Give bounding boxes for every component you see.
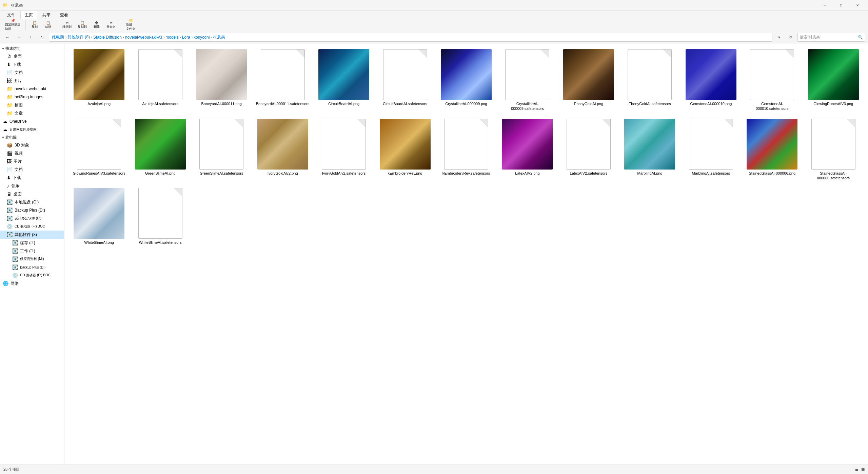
sidebar-item-mdrive[interactable]: 💽 供应商资料 (M:) bbox=[0, 255, 64, 263]
sidebar-item-novelai[interactable]: 📁 novelai-webui-aki bbox=[0, 85, 64, 93]
sidebar-item-ddrive[interactable]: 💽 Backup Plus (D:) bbox=[0, 206, 64, 214]
sidebar-label: 文档 bbox=[15, 167, 23, 173]
crumb-lora[interactable]: Lora bbox=[182, 35, 190, 40]
file-item[interactable]: StainedGlassAI-000006.png bbox=[743, 116, 801, 183]
file-item[interactable]: kEmbroideryRev.png bbox=[376, 116, 434, 183]
file-item[interactable]: BoneyardAI-000011.png bbox=[192, 47, 251, 114]
file-item[interactable]: GreenSlimeAI.safetensors bbox=[192, 116, 251, 183]
file-thumbnail bbox=[563, 49, 614, 100]
file-item[interactable]: EbonyGoldAI.safetensors bbox=[620, 47, 679, 114]
copy-to-button[interactable]: 📋复制到 bbox=[75, 20, 89, 30]
file-item[interactable]: CrystallineAI-000009.safetensors bbox=[498, 47, 556, 114]
view-list-icon[interactable]: ☰ bbox=[855, 467, 859, 472]
file-thumbnail bbox=[686, 119, 736, 170]
view-grid-icon[interactable]: ▦ bbox=[861, 467, 865, 472]
file-item[interactable]: LatexAIV2.safetensors bbox=[559, 116, 618, 183]
sidebar-item-jwork[interactable]: 💽 工作 (J:) bbox=[0, 247, 64, 255]
up-button[interactable]: ↑ bbox=[26, 33, 35, 42]
thispc-header[interactable]: ▾ 此电脑 bbox=[0, 134, 64, 141]
maximize-button[interactable]: □ bbox=[833, 0, 849, 11]
sidebar-item-articles[interactable]: 📁 文章 bbox=[0, 109, 64, 117]
tab-share[interactable]: 共享 bbox=[38, 11, 55, 19]
crumb-current[interactable]: 材质类 bbox=[213, 34, 225, 40]
file-thumbnail bbox=[318, 119, 369, 170]
paste-button[interactable]: 📋粘贴 bbox=[42, 20, 54, 30]
file-item[interactable]: IvoryGoldAlv2.safetensors bbox=[315, 116, 373, 183]
crumb-thispc[interactable]: 此电脑 bbox=[52, 34, 64, 40]
file-item[interactable]: IvoryGoldAlv2.png bbox=[253, 116, 312, 183]
file-item[interactable]: CrystallineAI-000009.png bbox=[437, 47, 495, 114]
sidebar-item-jdrive[interactable]: 💽 谋存 (J:) bbox=[0, 239, 64, 247]
file-item[interactable]: GemstoneAI-000010.safetensors bbox=[743, 47, 801, 114]
file-item[interactable]: WhiteSlimeAI.png bbox=[70, 185, 128, 247]
delete-button[interactable]: 🗑删除 bbox=[91, 20, 103, 30]
new-folder-button[interactable]: 📁新建文件夹 bbox=[124, 20, 138, 30]
file-item[interactable]: GreenSlimeAI.png bbox=[131, 116, 189, 183]
sidebar-label: 供应商资料 (M:) bbox=[20, 257, 44, 261]
sidebar-item-documents[interactable]: 📄 文档 bbox=[0, 165, 64, 174]
crumb-sd[interactable]: Stable Diffusion bbox=[93, 35, 122, 40]
sidebar-item-3d[interactable]: 📦 3D 对象 bbox=[0, 141, 64, 149]
file-item[interactable]: BoneyardAI-000011.safetensors bbox=[253, 47, 312, 114]
forward-button[interactable]: → bbox=[14, 33, 24, 42]
file-item[interactable]: EbonyGoldAI.png bbox=[559, 47, 618, 114]
close-button[interactable]: ✕ bbox=[850, 0, 865, 11]
sidebar-item-docs[interactable]: 📄 文档 bbox=[0, 68, 64, 77]
sidebar-item-other[interactable]: 💽 其他软件 (8) bbox=[0, 231, 64, 239]
sidebar-item-pics[interactable]: 🖼 图片 bbox=[0, 77, 64, 85]
sidebar-item-nan[interactable]: 📁 楠图 bbox=[0, 101, 64, 109]
file-item[interactable]: kEmbroideryRev.safetensors bbox=[437, 116, 495, 183]
sidebar-item-bxt[interactable]: 📁 bxt2img-images bbox=[0, 93, 64, 101]
tab-file[interactable]: 文件 bbox=[3, 11, 20, 19]
file-item[interactable]: StainedGlassAI-000006.safetensors bbox=[804, 116, 863, 183]
file-item[interactable]: MarblingAI.png bbox=[620, 116, 679, 183]
sidebar-item-desktop[interactable]: 🖥 桌面 bbox=[0, 52, 64, 60]
minimize-button[interactable]: ─ bbox=[817, 0, 833, 11]
sidebar-item-fdrive[interactable]: 💿 CD 驱动器 (F:) BOC bbox=[0, 222, 64, 231]
sidebar-item-video[interactable]: 🎬 视频 bbox=[0, 149, 64, 157]
sidebar-item-cdrive[interactable]: 💽 本地磁盘 (C:) bbox=[0, 198, 64, 206]
sidebar-item-downloads[interactable]: ⬇ 下载 bbox=[0, 174, 64, 182]
address-box[interactable]: 此电脑 › 其他软件 (8) › Stable Diffusion › nove… bbox=[49, 33, 772, 42]
rename-button[interactable]: ✏重命名 bbox=[104, 20, 118, 30]
quickaccess-header[interactable]: ▾ 快速访问 bbox=[0, 45, 64, 52]
sidebar-item-backup2[interactable]: 💽 Backup Plus (D:) bbox=[0, 263, 64, 271]
refresh-addr-button[interactable]: ↻ bbox=[786, 33, 795, 42]
crumb-konyconi[interactable]: konyconi bbox=[194, 35, 210, 40]
tab-home[interactable]: 主页 bbox=[20, 11, 37, 19]
move-button[interactable]: ✂移动到 bbox=[60, 20, 74, 30]
file-item[interactable]: AzulejoAI.png bbox=[70, 47, 128, 114]
file-item[interactable]: GlowingRunesAIV3.safetensors bbox=[70, 116, 128, 183]
sidebar-item-cd2[interactable]: 💿 CD 驱动器 (F:) BOC bbox=[0, 271, 64, 279]
crumb-novelai[interactable]: novelai-webui-aki-v3 bbox=[125, 35, 162, 40]
sidebar-item-network[interactable]: 🌐 网络 bbox=[0, 279, 64, 288]
copy-button[interactable]: 📋复制 bbox=[28, 20, 41, 30]
sidebar-item-edrive[interactable]: 💽 设计办公软件 (E:) bbox=[0, 214, 64, 222]
sidebar-item-download[interactable]: ⬇ 下载 bbox=[0, 60, 64, 68]
search-placeholder: 搜索"材质类" bbox=[800, 35, 821, 40]
sidebar-item-music[interactable]: ♪ 音乐 bbox=[0, 182, 64, 190]
sidebar-item-images[interactable]: 🖼 图片 bbox=[0, 157, 64, 165]
crumb-models[interactable]: models bbox=[165, 35, 179, 40]
sidebar-item-onedrive[interactable]: ☁ OneDrive bbox=[0, 117, 64, 125]
file-item[interactable]: WhiteSlimeAI.safetensors bbox=[131, 185, 189, 247]
address-dropdown[interactable]: ▾ bbox=[774, 33, 784, 42]
sidebar-item-baidu[interactable]: ☁ 百度网盘同步空间 bbox=[0, 125, 64, 134]
thispc-label: 此电脑 bbox=[5, 135, 17, 140]
search-box[interactable]: 搜索"材质类" 🔍 bbox=[797, 33, 865, 42]
file-item[interactable]: CircuitBoardAI.png bbox=[315, 47, 373, 114]
refresh-button[interactable]: ↻ bbox=[37, 33, 47, 42]
file-item[interactable]: CircuitBoardAI.safetensors bbox=[376, 47, 434, 114]
pin-button[interactable]: 📌固定到快速访问 bbox=[3, 20, 23, 30]
file-name-label: BoneyardAI-000011.safetensors bbox=[256, 101, 310, 106]
chevron-down-icon: ▾ bbox=[2, 46, 4, 51]
sidebar-item-desktoppc[interactable]: 🖥 桌面 bbox=[0, 190, 64, 198]
back-button[interactable]: ← bbox=[3, 33, 12, 42]
file-item[interactable]: AzulejoAI.safetensors bbox=[131, 47, 189, 114]
file-item[interactable]: MarblingAI.safetensors bbox=[682, 116, 740, 183]
crumb-other[interactable]: 其他软件 (8) bbox=[67, 34, 90, 40]
file-item[interactable]: GemstoneAI-000010.png bbox=[682, 47, 740, 114]
file-item[interactable]: GlowingRunesAIV3.png bbox=[804, 47, 863, 114]
file-item[interactable]: LatexAIV2.png bbox=[498, 116, 556, 183]
tab-view[interactable]: 查看 bbox=[56, 11, 73, 19]
